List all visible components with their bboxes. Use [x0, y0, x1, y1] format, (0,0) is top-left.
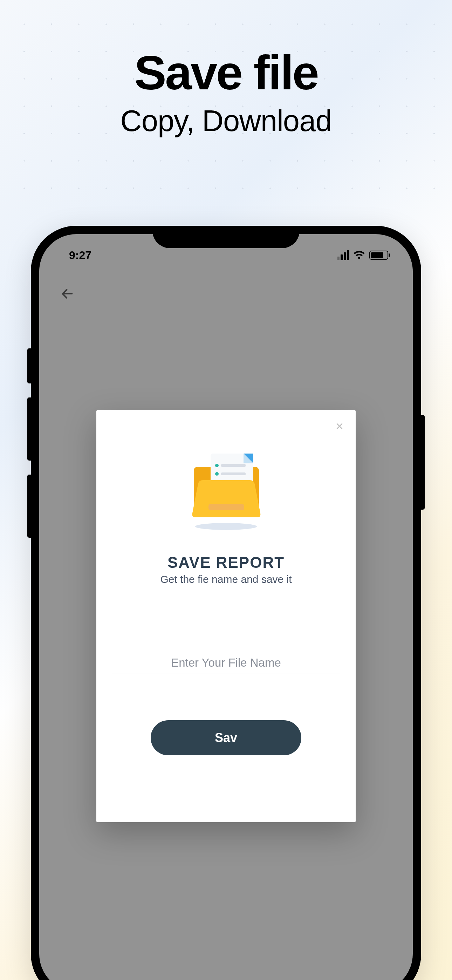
modal-subtitle: Get the fie name and save it [112, 573, 340, 585]
status-time: 9:27 [69, 249, 91, 262]
wifi-icon [353, 250, 365, 261]
back-button[interactable] [57, 283, 78, 304]
svg-rect-8 [208, 504, 244, 510]
arrow-left-icon [59, 287, 76, 301]
close-button[interactable] [333, 420, 346, 433]
battery-icon [369, 251, 388, 260]
filename-input[interactable] [112, 652, 340, 674]
save-report-modal: SAVE REPORT Get the fie name and save it… [96, 410, 356, 822]
close-icon [335, 422, 344, 430]
svg-point-5 [215, 472, 219, 476]
modal-title: SAVE REPORT [112, 554, 340, 571]
phone-side-button [27, 474, 31, 538]
phone-screen: 9:27 [39, 234, 413, 980]
svg-rect-4 [221, 464, 246, 467]
folder-document-icon [180, 450, 272, 531]
cellular-signal-icon [337, 250, 349, 260]
phone-side-button [27, 398, 31, 461]
phone-side-button [27, 348, 31, 383]
page-title: Save file [0, 48, 452, 97]
promo-header: Save file Copy, Download [0, 0, 452, 138]
page-subtitle: Copy, Download [0, 104, 452, 138]
phone-notch [153, 226, 299, 248]
svg-point-0 [195, 523, 257, 530]
save-button[interactable]: Sav [151, 720, 301, 755]
status-icons [337, 250, 388, 261]
svg-point-3 [215, 464, 219, 467]
svg-rect-6 [221, 473, 246, 475]
phone-frame: 9:27 [31, 226, 421, 980]
phone-side-button [421, 415, 425, 510]
